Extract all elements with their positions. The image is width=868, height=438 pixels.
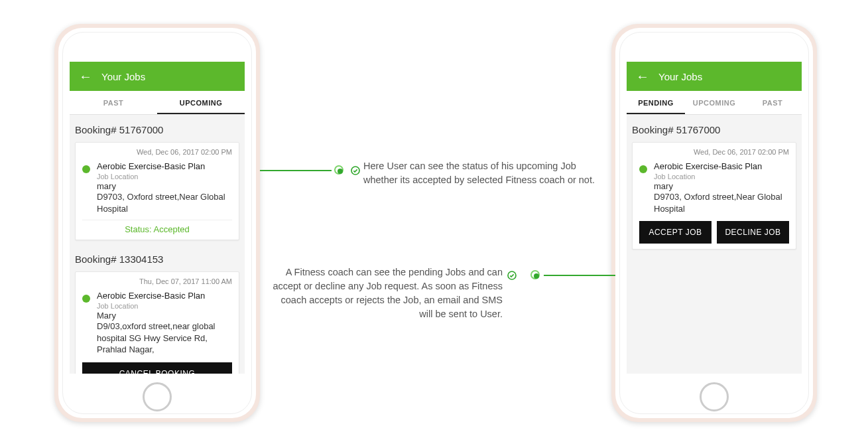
tab-past[interactable]: PAST <box>743 91 802 114</box>
connector-dot-2 <box>530 270 540 279</box>
tab-past[interactable]: PAST <box>70 91 157 114</box>
back-arrow-icon[interactable]: ← <box>636 70 649 83</box>
phone-bezel: ← Your Jobs PAST UPCOMING Booking# 51767… <box>58 28 256 418</box>
location-address: D9703, Oxford street,Near Global Hospita… <box>97 191 232 214</box>
phone-bezel: ← Your Jobs PENDING UPCOMING PAST Bookin… <box>615 28 813 418</box>
phone-coach-app: ← Your Jobs PENDING UPCOMING PAST Bookin… <box>611 24 817 422</box>
location-label: Job Location <box>654 173 789 181</box>
card-body: Aerobic Exercise-Basic Plan Job Location… <box>82 291 232 356</box>
tab-pending[interactable]: PENDING <box>627 91 685 114</box>
location-address: D9703, Oxford street,Near Global Hospita… <box>654 191 789 214</box>
appbar-title: Your Jobs <box>101 71 145 82</box>
tabs-left: PAST UPCOMING <box>70 91 245 115</box>
booking-header: Booking# 51767000 <box>627 117 802 139</box>
screen-right: ← Your Jobs PENDING UPCOMING PAST Bookin… <box>627 62 802 374</box>
phone-user-app: ← Your Jobs PAST UPCOMING Booking# 51767… <box>54 24 260 422</box>
card-info: Aerobic Exercise-Basic Plan Job Location… <box>97 161 232 214</box>
location-address: D9/03,oxford street,near global hospital… <box>97 321 232 356</box>
booking-card-2: Thu, Dec 07, 2017 11:00 AM Aerobic Exerc… <box>75 271 239 374</box>
booking-header-2: Booking# 13304153 <box>70 247 245 269</box>
location-label: Job Location <box>97 302 232 310</box>
content-right: Booking# 51767000 Wed, Dec 06, 2017 02:0… <box>627 115 802 250</box>
status-accepted: Status: Accepted <box>82 220 232 234</box>
location-label: Job Location <box>97 173 232 181</box>
booking-card: Wed, Dec 06, 2017 02:00 PM Aerobic Exerc… <box>632 142 796 250</box>
connector-dot-1 <box>334 165 343 175</box>
card-body: Aerobic Exercise-Basic Plan Job Location… <box>639 161 789 214</box>
accept-job-button[interactable]: ACCEPT JOB <box>639 221 712 244</box>
check-icon <box>507 270 517 281</box>
back-arrow-icon[interactable]: ← <box>79 70 92 83</box>
decline-job-button[interactable]: DECLINE JOB <box>717 221 789 244</box>
status-dot-icon <box>82 295 90 303</box>
plan-name: Aerobic Exercise-Basic Plan <box>97 161 232 171</box>
booking-header-1: Booking# 51767000 <box>70 117 245 139</box>
button-row: ACCEPT JOB DECLINE JOB <box>639 221 789 244</box>
annotation-coach-pending: A Fitness coach can see the pending Jobs… <box>271 265 503 321</box>
annotation-user-status: Here User can see the status of his upco… <box>363 159 595 187</box>
plan-name: Aerobic Exercise-Basic Plan <box>654 161 789 171</box>
button-row: CANCEL BOOKING <box>82 362 232 374</box>
plan-name: Aerobic Exercise-Basic Plan <box>97 291 232 301</box>
location-name: Mary <box>97 311 232 321</box>
appbar: ← Your Jobs <box>627 62 802 91</box>
status-dot-icon <box>82 165 90 173</box>
home-button[interactable] <box>143 382 172 411</box>
phone-frame: ← Your Jobs PENDING UPCOMING PAST Bookin… <box>619 32 809 414</box>
location-name: mary <box>654 181 789 191</box>
check-icon <box>350 165 361 176</box>
tabs-right: PENDING UPCOMING PAST <box>627 91 802 115</box>
appbar-title: Your Jobs <box>658 71 702 82</box>
booking-card-1: Wed, Dec 06, 2017 02:00 PM Aerobic Exerc… <box>75 142 239 240</box>
content-left: Booking# 51767000 Wed, Dec 06, 2017 02:0… <box>70 115 245 374</box>
connector-line-1 <box>260 170 332 171</box>
status-dot-icon <box>639 165 647 173</box>
screen-left: ← Your Jobs PAST UPCOMING Booking# 51767… <box>70 62 245 374</box>
connector-line-2 <box>544 275 615 276</box>
card-info: Aerobic Exercise-Basic Plan Job Location… <box>654 161 789 214</box>
card-body: Aerobic Exercise-Basic Plan Job Location… <box>82 161 232 214</box>
booking-date: Thu, Dec 07, 2017 11:00 AM <box>82 277 232 285</box>
booking-date: Wed, Dec 06, 2017 02:00 PM <box>82 148 232 156</box>
tab-upcoming[interactable]: UPCOMING <box>157 91 245 114</box>
tab-upcoming[interactable]: UPCOMING <box>685 91 743 114</box>
location-name: mary <box>97 181 232 191</box>
phone-frame: ← Your Jobs PAST UPCOMING Booking# 51767… <box>62 32 252 414</box>
home-button[interactable] <box>700 382 729 411</box>
card-info: Aerobic Exercise-Basic Plan Job Location… <box>97 291 232 356</box>
cancel-booking-button[interactable]: CANCEL BOOKING <box>82 362 232 374</box>
appbar: ← Your Jobs <box>70 62 245 91</box>
booking-date: Wed, Dec 06, 2017 02:00 PM <box>639 148 789 156</box>
